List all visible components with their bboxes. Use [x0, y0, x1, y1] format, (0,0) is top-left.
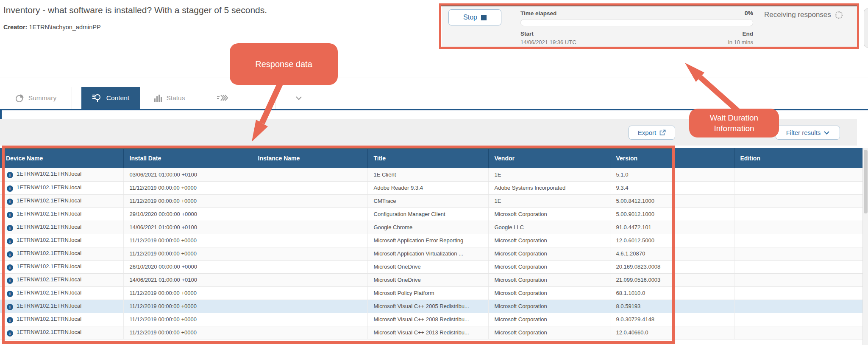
table-cell: Microsoft Visual C++ 2008 Redistribu...	[367, 313, 488, 326]
table-cell: 1E	[488, 168, 610, 181]
column-header[interactable]: Instance Name	[252, 148, 367, 168]
info-icon[interactable]: i	[7, 304, 13, 310]
start-label: Start	[520, 31, 534, 37]
device-name-text: 1ETRNW102.1ETRN.local	[17, 250, 81, 256]
stop-button-label: Stop	[463, 14, 477, 21]
creator-value: 1ETRN\tachyon_adminPP	[29, 24, 100, 31]
export-button[interactable]: Export	[629, 126, 675, 140]
table-row[interactable]: i1ETRNW102.1ETRN.local11/12/2019 00:00:0…	[0, 313, 862, 326]
filter-results-button[interactable]: Filter results	[776, 126, 840, 140]
table-cell: 1E	[488, 194, 610, 208]
table-cell	[734, 221, 862, 234]
spinner-icon	[835, 11, 843, 19]
table-scrollbar[interactable]	[862, 148, 868, 345]
info-icon[interactable]: i	[7, 291, 13, 297]
table-cell: Microsoft Application Error Reporting	[367, 234, 488, 247]
wait-duration-panel: Stop Time elapsed 0% Start End 14/06/202…	[442, 6, 857, 47]
tab-content[interactable]: Content	[81, 87, 140, 109]
table-cell: i1ETRNW102.1ETRN.local	[0, 181, 123, 194]
tab-summary[interactable]: Summary	[0, 87, 72, 109]
end-label: End	[743, 31, 754, 37]
panel-divider	[511, 7, 511, 45]
export-button-label: Export	[638, 129, 656, 136]
info-icon[interactable]: i	[7, 185, 13, 192]
table-cell: Microsoft Corporation	[488, 326, 610, 339]
table-cell	[252, 326, 367, 339]
info-icon[interactable]: i	[7, 264, 13, 271]
table-cell	[252, 181, 367, 194]
column-header[interactable]: Vendor	[488, 148, 610, 168]
app-window: Inventory - what software is installed? …	[0, 0, 868, 345]
table-cell	[252, 273, 367, 286]
column-header[interactable]: Edition	[734, 148, 862, 168]
table-cell	[734, 168, 862, 181]
table-row[interactable]: i1ETRNW102.1ETRN.local29/10/2020 00:00:0…	[0, 208, 862, 221]
table-cell	[252, 234, 367, 247]
table-cell	[252, 221, 367, 234]
info-icon[interactable]: i	[7, 317, 13, 323]
tab-5[interactable]	[275, 87, 341, 109]
start-value: 14/06/2021 19:36 UTC	[520, 39, 576, 45]
table-cell: 4.6.1.20870	[610, 247, 734, 260]
start-end-labels-row: Start End	[520, 31, 753, 37]
column-header[interactable]: Title	[367, 148, 488, 168]
column-header[interactable]: Version	[610, 148, 734, 168]
tab-4[interactable]	[199, 87, 275, 109]
info-icon[interactable]: i	[7, 225, 13, 231]
progress-percent: 0%	[745, 10, 753, 17]
table-row[interactable]: i1ETRNW102.1ETRN.local26/10/2020 00:00:0…	[0, 260, 862, 273]
bar-chart-icon	[154, 94, 162, 102]
table-cell	[734, 247, 862, 260]
info-icon[interactable]: i	[7, 238, 13, 244]
table-row[interactable]: i1ETRNW102.1ETRN.local11/12/2019 00:00:0…	[0, 181, 862, 194]
table-row[interactable]: i1ETRNW102.1ETRN.local14/06/2021 01:00:0…	[0, 221, 862, 234]
push-icon	[217, 94, 228, 102]
tab-label: Content	[106, 94, 129, 102]
device-name-text: 1ETRNW102.1ETRN.local	[17, 289, 81, 296]
time-elapsed-row: Time elapsed 0%	[520, 10, 753, 17]
search-list-icon	[92, 93, 102, 103]
column-header[interactable]: Install Date	[123, 148, 252, 168]
creator-line: Creator: 1ETRN\tachyon_adminPP	[3, 24, 101, 31]
table-row[interactable]: i1ETRNW102.1ETRN.local11/12/2019 00:00:0…	[0, 247, 862, 260]
response-data-callout-text: Response data	[255, 59, 312, 70]
table-cell: 29/10/2020 00:00:00 +0000	[123, 208, 252, 221]
table-cell: 14/06/2021 01:00:00 +0100	[123, 273, 252, 286]
scrollbar-thumb[interactable]	[864, 150, 868, 213]
info-icon[interactable]: i	[7, 330, 13, 337]
device-name-text: 1ETRNW102.1ETRN.local	[17, 171, 81, 177]
table-cell: 5.00.9012.1000	[610, 208, 734, 221]
info-icon[interactable]: i	[7, 212, 13, 218]
results-toolbar: Export Filter results	[0, 119, 857, 146]
info-icon[interactable]: i	[7, 172, 13, 178]
table-cell: i1ETRNW102.1ETRN.local	[0, 273, 123, 286]
stop-button[interactable]: Stop	[448, 9, 501, 25]
table-cell: i1ETRNW102.1ETRN.local	[0, 194, 123, 208]
table-row[interactable]: i1ETRNW102.1ETRN.local11/12/2019 00:00:0…	[0, 194, 862, 208]
column-header[interactable]: Device Name	[0, 148, 123, 168]
info-icon[interactable]: i	[7, 199, 13, 205]
table-row[interactable]: i1ETRNW102.1ETRN.local11/12/2019 00:00:0…	[0, 326, 862, 339]
pie-chart-icon	[15, 94, 24, 103]
table-cell	[734, 234, 862, 247]
chevron-down-icon	[824, 131, 829, 135]
table-cell: Adobe Systems Incorporated	[488, 181, 610, 194]
table-row[interactable]: i1ETRNW102.1ETRN.local11/12/2019 00:00:0…	[0, 286, 862, 300]
tab-status[interactable]: Status	[140, 87, 199, 109]
table-cell: 11/12/2019 00:00:00 +0000	[123, 286, 252, 300]
external-link-icon	[659, 129, 666, 136]
table-cell: 91.0.4472.101	[610, 221, 734, 234]
table-cell: Adobe Reader 9.3.4	[367, 181, 488, 194]
table-cell: 03/06/2021 01:00:00 +0100	[123, 168, 252, 181]
info-icon[interactable]: i	[7, 251, 13, 258]
info-icon[interactable]: i	[7, 278, 13, 284]
table-row[interactable]: i1ETRNW102.1ETRN.local11/12/2019 00:00:0…	[0, 234, 862, 247]
table-cell: 11/12/2019 00:00:00 +0000	[123, 194, 252, 208]
table-cell: 26/10/2020 00:00:00 +0000	[123, 260, 252, 273]
table-row[interactable]: i1ETRNW102.1ETRN.local03/06/2021 01:00:0…	[0, 168, 862, 181]
table-cell: Microsoft Visual C++ 2005 Redistribu...	[367, 300, 488, 313]
table-cell: 11/12/2019 00:00:00 +0000	[123, 313, 252, 326]
table-row[interactable]: i1ETRNW102.1ETRN.local11/12/2019 00:00:0…	[0, 300, 862, 313]
table-cell: Microsoft Corporation	[488, 300, 610, 313]
table-row[interactable]: i1ETRNW102.1ETRN.local14/06/2021 01:00:0…	[0, 273, 862, 286]
